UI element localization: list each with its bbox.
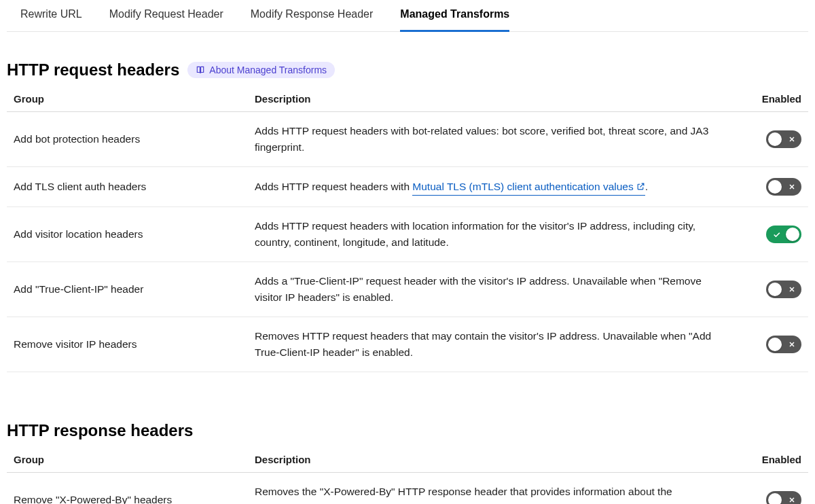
column-header-description: Description <box>255 93 727 105</box>
toggle-knob <box>768 283 782 296</box>
request-section-title: HTTP request headers <box>7 60 179 79</box>
row-group-label: Remove "X-Powered-By" headers <box>14 494 255 504</box>
request-table-header: Group Description Enabled <box>7 86 808 112</box>
table-row: Add TLS client auth headers Adds HTTP re… <box>7 167 808 207</box>
row-description: Adds HTTP request headers with location … <box>255 218 727 251</box>
column-header-group: Group <box>14 454 255 465</box>
row-group-label: Remove visitor IP headers <box>14 338 255 350</box>
x-icon <box>785 132 799 146</box>
table-row: Add "True-Client-IP" header Adds a "True… <box>7 262 808 317</box>
check-icon <box>769 228 783 241</box>
book-icon <box>196 65 205 75</box>
x-icon <box>785 493 799 504</box>
toggle-knob <box>768 132 782 146</box>
table-row: Remove "X-Powered-By" headers Removes th… <box>7 473 808 504</box>
toggle-remove-visitor-ip[interactable] <box>766 336 801 353</box>
column-header-group: Group <box>14 93 255 105</box>
row-description: Removes the "X-Powered-By" HTTP response… <box>255 484 727 504</box>
toggle-bot-protection[interactable] <box>766 130 801 148</box>
row-group-label: Add TLS client auth headers <box>14 181 255 193</box>
row-group-label: Add "True-Client-IP" header <box>14 283 255 295</box>
about-managed-transforms-link[interactable]: About Managed Transforms <box>187 62 335 78</box>
mtls-link[interactable]: Mutual TLS (mTLS) client authentication … <box>412 179 645 196</box>
toggle-true-client-ip[interactable] <box>766 281 801 298</box>
column-header-enabled: Enabled <box>727 454 801 465</box>
tabs-nav: Rewrite URL Modify Request Header Modify… <box>7 0 808 32</box>
table-row: Add bot protection headers Adds HTTP req… <box>7 112 808 167</box>
request-headers-section: HTTP request headers About Managed Trans… <box>7 60 808 393</box>
toggle-visitor-location[interactable] <box>766 226 801 243</box>
row-description: Removes HTTP request headers that may co… <box>255 328 727 361</box>
row-description: Adds a "True-Client-IP" request header w… <box>255 273 727 306</box>
toggle-knob <box>768 338 782 351</box>
column-header-description: Description <box>255 454 727 465</box>
row-group-label: Add bot protection headers <box>14 133 255 145</box>
response-section-title: HTTP response headers <box>7 421 193 440</box>
toggle-remove-x-powered-by[interactable] <box>766 491 801 504</box>
column-header-enabled: Enabled <box>727 93 801 105</box>
response-table-header: Group Description Enabled <box>7 447 808 473</box>
tab-managed-transforms[interactable]: Managed Transforms <box>400 0 509 32</box>
row-description: Adds HTTP request headers with Mutual TL… <box>255 179 727 196</box>
response-headers-section: HTTP response headers Group Description … <box>7 421 808 504</box>
table-row: Add visitor location headers Adds HTTP r… <box>7 207 808 262</box>
about-link-label: About Managed Transforms <box>209 65 327 75</box>
x-icon <box>785 180 799 194</box>
row-group-label: Add visitor location headers <box>14 228 255 240</box>
tab-modify-response-header[interactable]: Modify Response Header <box>251 0 374 32</box>
tab-modify-request-header[interactable]: Modify Request Header <box>109 0 223 32</box>
toggle-tls-client-auth[interactable] <box>766 178 801 196</box>
external-link-icon <box>636 182 645 191</box>
x-icon <box>785 283 799 296</box>
x-icon <box>785 338 799 351</box>
table-row: Remove visitor IP headers Removes HTTP r… <box>7 317 808 372</box>
row-description: Adds HTTP request headers with bot-relat… <box>255 123 727 156</box>
toggle-knob <box>786 228 799 241</box>
tab-rewrite-url[interactable]: Rewrite URL <box>20 0 82 32</box>
toggle-knob <box>768 180 782 194</box>
toggle-knob <box>768 493 782 504</box>
